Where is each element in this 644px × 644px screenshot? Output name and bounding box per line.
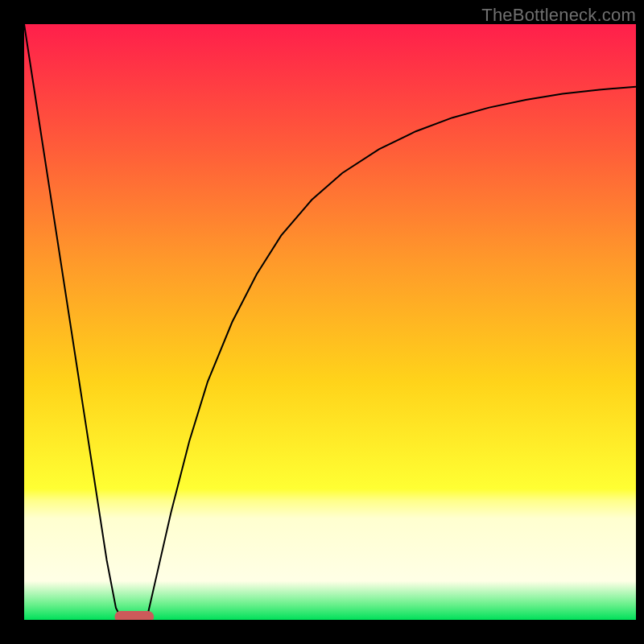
chart-frame: TheBottleneck.com — [0, 0, 644, 644]
chart-svg — [24, 24, 636, 620]
plot-area — [24, 24, 636, 620]
gradient-background — [24, 24, 636, 620]
valley-marker — [114, 611, 154, 620]
watermark-text: TheBottleneck.com — [481, 5, 636, 26]
